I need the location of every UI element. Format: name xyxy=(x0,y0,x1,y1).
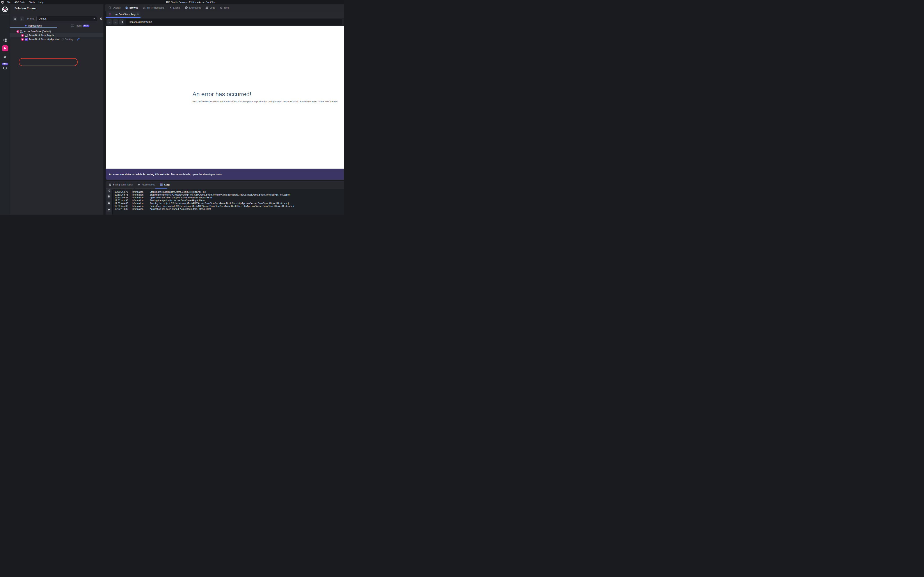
log-message: Running the project: C:\Users\kwanp\Test… xyxy=(150,202,289,205)
external-link-icon xyxy=(108,189,110,192)
abp-logo-icon xyxy=(1,1,4,4)
bottom-panel-tabs: Background Tasks Notifications Logs xyxy=(106,181,170,188)
double-chevron-down-icon xyxy=(21,17,23,20)
tab-exceptions[interactable]: ! Exceptions xyxy=(185,6,201,9)
log-time: 12:33:44.496 xyxy=(114,202,128,205)
tab-label: Tools xyxy=(224,6,229,9)
kubernetes-icon[interactable]: ☸ xyxy=(2,54,8,61)
log-row[interactable]: 12:30:26.578 Information Stopping the pr… xyxy=(113,193,344,196)
tab-tasks-label: Tasks xyxy=(75,24,82,27)
expand-all-button[interactable] xyxy=(20,16,24,21)
solution-icon xyxy=(20,30,23,33)
solution-explorer-icon[interactable] xyxy=(2,37,8,44)
dotnet-icon: .NET xyxy=(25,38,28,41)
log-level: Information xyxy=(132,208,143,210)
log-row[interactable]: 12:33:44.496 Information Running the pro… xyxy=(113,202,344,205)
loading-spinner-icon xyxy=(61,38,64,40)
gauge-icon xyxy=(108,6,111,9)
menu-help[interactable]: Help xyxy=(39,1,43,3)
tree-row-httpapi-host[interactable]: .NET Acme.BookStore.HttpApi.Host Startin… xyxy=(10,37,103,41)
menubar: File ABP Suite Tools Help ABP Studio Bus… xyxy=(0,0,344,4)
menu-abp-suite[interactable]: ABP Suite xyxy=(14,1,26,3)
bell-icon xyxy=(138,183,140,186)
menu-tools[interactable]: Tools xyxy=(29,1,35,3)
error-heading: An error has occurred! xyxy=(192,91,251,98)
clear-logs-button[interactable] xyxy=(106,194,111,198)
runner-controls: Profile: Default ⚙ xyxy=(10,16,103,21)
url-input[interactable] xyxy=(126,19,342,25)
tab-label: Events xyxy=(173,6,180,9)
tab-label: Logs xyxy=(210,6,215,9)
collapse-all-button[interactable] xyxy=(13,16,17,21)
log-list[interactable]: 12:30:26.578 Information Stopping the ap… xyxy=(113,189,344,214)
abp-studio-window: File ABP Suite Tools Help ABP Studio Bus… xyxy=(0,0,344,214)
robot-icon xyxy=(3,66,7,70)
browser-tab-strip: ...me.BookStore.Angular × xyxy=(106,11,344,18)
back-button[interactable]: ← xyxy=(107,19,112,24)
open-link-icon[interactable] xyxy=(77,38,80,41)
forward-button[interactable]: → xyxy=(113,19,118,24)
tabs-active-underline xyxy=(10,27,57,28)
tab-http-requests[interactable]: HTTP Requests xyxy=(143,6,164,9)
menu-file[interactable]: File xyxy=(7,1,11,3)
tab-browse[interactable]: Browse xyxy=(125,6,138,9)
tree-row-label: Acme.BookStore.HttpApi.Host xyxy=(29,38,60,40)
bottom-panel: Background Tasks Notifications Logs xyxy=(106,181,344,214)
log-lines-icon xyxy=(160,184,163,186)
refresh-button[interactable] xyxy=(119,19,124,24)
log-time: 12:33:44.499 xyxy=(114,205,128,207)
panel-title: Solution Runner xyxy=(10,4,103,10)
stop-icon[interactable] xyxy=(16,30,19,33)
log-lines-icon xyxy=(206,6,208,9)
ai-assistant-item[interactable]: NEW xyxy=(2,63,8,70)
log-message: Application has been started: Acme.BookS… xyxy=(150,208,211,210)
log-toolbar xyxy=(106,188,111,213)
tab-background-tasks[interactable]: Background Tasks xyxy=(108,183,133,186)
tab-tools[interactable]: Tools xyxy=(220,6,229,9)
log-row[interactable]: 12:30:29.635 Information Application has… xyxy=(113,196,344,199)
site-favicon-spinner xyxy=(108,13,111,16)
abp-studio-logo-icon[interactable] xyxy=(2,6,8,12)
tab-tasks[interactable]: Tasks NEW xyxy=(57,23,103,28)
stop-icon[interactable] xyxy=(21,34,24,37)
tab-label: Overall xyxy=(113,6,121,9)
tree-row-angular[interactable]: Acme.BookStore.Angular xyxy=(10,33,103,37)
double-chevron-up-icon xyxy=(14,17,16,20)
browser-error-banner: An error was detected while browsing thi… xyxy=(106,169,344,180)
tab-applications-label: Applications xyxy=(28,24,42,27)
tree-row-solution[interactable]: Acme.BookStore (Default) xyxy=(10,29,103,33)
solution-runner-panel: Solution Runner Profile: Default xyxy=(10,4,103,214)
app-status-text: Starting... xyxy=(65,38,75,40)
rail-divider xyxy=(1,14,9,15)
clipboard-icon xyxy=(108,202,110,205)
banner-text: An error was detected while browsing thi… xyxy=(109,173,222,176)
filter-logs-button[interactable] xyxy=(106,208,111,212)
solution-runner-icon[interactable] xyxy=(2,45,8,51)
log-row[interactable]: 12:30:26.578 Information Stopping the ap… xyxy=(113,190,344,193)
copy-logs-button[interactable] xyxy=(106,201,111,205)
browser-tab[interactable]: ...me.BookStore.Angular × xyxy=(107,11,140,17)
tasks-checklist-icon xyxy=(71,24,74,27)
runner-settings-button[interactable]: ⚙ xyxy=(99,16,103,21)
tab-notifications[interactable]: Notifications xyxy=(138,183,155,186)
menu-items: File ABP Suite Tools Help xyxy=(7,1,43,3)
browser-pane: ...me.BookStore.Angular × ← → An error h… xyxy=(106,11,344,180)
tab-logs[interactable]: Logs xyxy=(206,6,215,9)
log-row[interactable]: 12:33:44.496 Information Starting the ap… xyxy=(113,199,344,202)
log-time: 12:30:26.578 xyxy=(114,190,128,193)
tab-events[interactable]: Events xyxy=(169,6,180,9)
log-level: Information xyxy=(132,196,143,199)
stop-icon[interactable] xyxy=(21,38,24,41)
profile-dropdown[interactable]: Default xyxy=(36,16,97,21)
log-time: 12:33:44.496 xyxy=(114,199,128,202)
open-external-button[interactable] xyxy=(106,188,111,193)
close-tab-icon[interactable]: × xyxy=(137,13,139,16)
tab-overall[interactable]: Overall xyxy=(108,6,121,9)
error-detail: Http failure response for https://localh… xyxy=(192,100,338,103)
tab-bottom-logs[interactable]: Logs xyxy=(160,183,170,186)
chevron-down-icon xyxy=(93,18,95,19)
server-icon xyxy=(108,183,111,186)
log-row[interactable]: 12:33:44.499 Information Project has bee… xyxy=(113,205,344,208)
log-row[interactable]: 12:33:44.500 Information Application has… xyxy=(113,208,344,210)
profile-value: Default xyxy=(39,17,93,20)
